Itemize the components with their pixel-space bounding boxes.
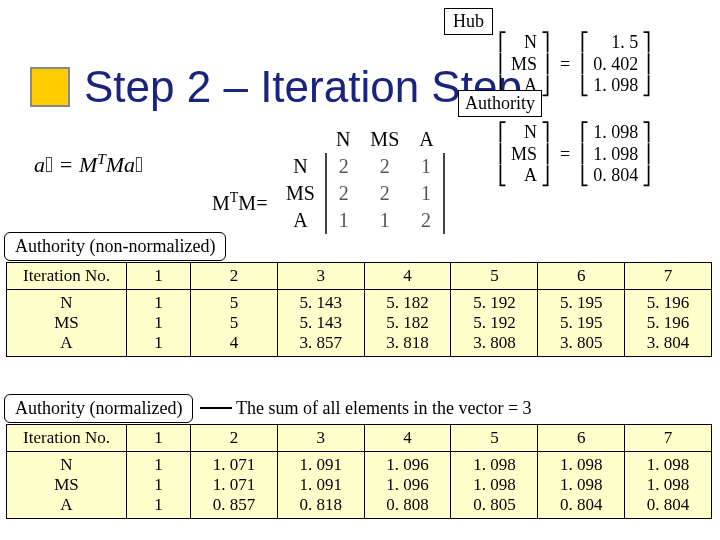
table-cell: 5. 1955. 1953. 805 <box>538 290 625 357</box>
table-cell: 5. 1965. 1963. 804 <box>625 290 712 357</box>
table-cell: 1. 0711. 0710. 857 <box>191 452 278 519</box>
table-cell: 111 <box>127 452 191 519</box>
auth-vec-label: A <box>524 165 537 187</box>
authority-normalized-label: Authority (normalized) <box>4 394 193 423</box>
hub-vec-value: 1. 5 <box>611 32 638 54</box>
table-rowhead: N MS A <box>7 290 127 357</box>
authority-normalized-table: Iteration No. 1 2 3 4 5 6 7 N MS A 111 1… <box>6 424 712 519</box>
hub-vector: ⎡⎢⎣ N MS A ⎤⎥⎦ = ⎡⎢⎣ 1. 5 0. 402 1. 098 … <box>498 32 651 97</box>
matrix-col-header: N <box>326 126 360 153</box>
table-cell: 1. 0961. 0960. 808 <box>364 452 451 519</box>
bracket-icon: ⎤⎥⎦ <box>642 123 651 185</box>
hub-vec-value: 1. 098 <box>593 75 638 97</box>
bracket-icon: ⎤⎥⎦ <box>541 33 550 95</box>
table-header: 4 <box>364 425 451 452</box>
matrix-cell: 2 <box>326 153 360 180</box>
slide-title-row: Step 2 – Iteration Step <box>30 62 522 112</box>
iteration-formula: a⃗ = MTMa⃗ <box>34 150 143 178</box>
hub-vec-label: MS <box>511 54 537 76</box>
authority-vector: ⎡⎢⎣ N MS A ⎤⎥⎦ = ⎡⎢⎣ 1. 098 1. 098 0. 80… <box>498 122 651 187</box>
bracket-icon: ⎡⎢⎣ <box>498 33 507 95</box>
table-cell: 1. 0911. 0910. 818 <box>277 452 364 519</box>
table-header: 1 <box>127 263 191 290</box>
equals-sign: = <box>550 54 580 76</box>
table-cell: 1. 0981. 0980. 805 <box>451 452 538 519</box>
table-header: 3 <box>277 263 364 290</box>
table-header: 6 <box>538 425 625 452</box>
matrix-cell: 1 <box>326 207 360 234</box>
equals-sign: = <box>550 144 580 166</box>
matrix-row-header: MS <box>276 180 326 207</box>
table-row: N MS A 111 554 5. 1435. 1433. 857 5. 182… <box>7 290 712 357</box>
auth-vec-value: 0. 804 <box>593 165 638 187</box>
table-row: Iteration No. 1 2 3 4 5 6 7 <box>7 263 712 290</box>
table-header: 7 <box>625 263 712 290</box>
table-row: Iteration No. 1 2 3 4 5 6 7 <box>7 425 712 452</box>
bracket-icon: ⎤⎥⎦ <box>642 33 651 95</box>
authority-non-normalized-table: Iteration No. 1 2 3 4 5 6 7 N MS A 111 5… <box>6 262 712 357</box>
table-cell: 554 <box>191 290 278 357</box>
table-cell: 5. 1825. 1823. 818 <box>364 290 451 357</box>
matrix-cell: 1 <box>409 180 443 207</box>
note-connector-line <box>200 407 232 409</box>
matrix-cell: 2 <box>326 180 360 207</box>
table-row: N MS A 111 1. 0711. 0710. 857 1. 0911. 0… <box>7 452 712 519</box>
bracket-icon: ⎡⎢⎣ <box>580 123 589 185</box>
auth-vec-value: 1. 098 <box>593 144 638 166</box>
table-cell: 5. 1435. 1433. 857 <box>277 290 364 357</box>
matrix-cell: 2 <box>360 180 409 207</box>
title-bullet-icon <box>30 67 70 107</box>
matrix-cell: 2 <box>360 153 409 180</box>
matrix-cell: 2 <box>409 207 443 234</box>
bracket-icon: ⎡⎢⎣ <box>498 123 507 185</box>
hub-label-box: Hub <box>444 8 493 35</box>
table-cell: 1. 0981. 0980. 804 <box>625 452 712 519</box>
table-cell: 5. 1925. 1923. 808 <box>451 290 538 357</box>
table-header: 2 <box>191 263 278 290</box>
auth-vec-label: N <box>524 122 537 144</box>
matrix-col-header: MS <box>360 126 409 153</box>
matrix-row-header: N <box>276 153 326 180</box>
matrix-cell: 1 <box>360 207 409 234</box>
table-header: Iteration No. <box>7 425 127 452</box>
slide-title: Step 2 – Iteration Step <box>84 62 522 112</box>
table-header: 2 <box>191 425 278 452</box>
table-header: 5 <box>451 263 538 290</box>
bracket-icon: ⎡⎢⎣ <box>580 33 589 95</box>
table-rowhead: N MS A <box>7 452 127 519</box>
authority-non-normalized-label: Authority (non-normalized) <box>4 232 226 261</box>
authority-label-box: Authority <box>458 90 542 117</box>
table-cell: 111 <box>127 290 191 357</box>
bracket-icon: ⎤⎥⎦ <box>541 123 550 185</box>
normalization-note: The sum of all elements in the vector = … <box>236 398 532 419</box>
hub-vec-label: N <box>524 32 537 54</box>
matrix-col-header: A <box>409 126 443 153</box>
table-cell: 1. 0981. 0980. 804 <box>538 452 625 519</box>
table-header: 3 <box>277 425 364 452</box>
auth-vec-label: MS <box>511 144 537 166</box>
matrix-cell: 1 <box>409 153 443 180</box>
table-header: 6 <box>538 263 625 290</box>
table-header: 1 <box>127 425 191 452</box>
mtm-matrix: N MS A N 2 2 1 MS 2 2 1 A 1 1 2 <box>276 126 445 234</box>
table-header: 4 <box>364 263 451 290</box>
table-header: Iteration No. <box>7 263 127 290</box>
matrix-row-header: A <box>276 207 326 234</box>
mtm-label: MTM= <box>212 190 267 215</box>
hub-vec-value: 0. 402 <box>593 54 638 76</box>
auth-vec-value: 1. 098 <box>593 122 638 144</box>
table-header: 5 <box>451 425 538 452</box>
table-header: 7 <box>625 425 712 452</box>
